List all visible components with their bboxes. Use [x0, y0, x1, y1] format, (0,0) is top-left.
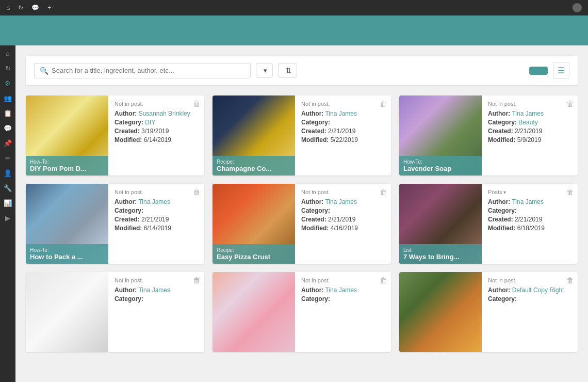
date-filter[interactable]: ⇅ — [278, 63, 297, 78]
category-label-8: Category: — [301, 295, 330, 303]
author-label-8: Author: — [301, 286, 323, 294]
card-image-7[interactable] — [26, 272, 108, 352]
card-delete-2[interactable]: 🗑 — [380, 100, 387, 108]
card-delete-8[interactable]: 🗑 — [380, 276, 387, 284]
create-new-card-button[interactable] — [529, 67, 548, 75]
sidebar-item-pages[interactable]: 📋 — [3, 109, 13, 117]
card-created-row-6: Created: 2/21/2019 — [488, 216, 571, 223]
view-toggle-button[interactable]: ☰ — [553, 62, 569, 79]
card-delete-5[interactable]: 🗑 — [380, 188, 387, 196]
all-cards-filter[interactable]: ▾ — [256, 63, 273, 78]
card-item-9: Not in post.🗑Author: Default Copy RightC… — [399, 272, 578, 352]
card-category-row-7: Category: — [115, 295, 198, 303]
card-category-row-2: Category: — [301, 119, 385, 126]
sidebar-item-home[interactable]: ⌂ — [3, 50, 13, 57]
new-item[interactable]: + — [47, 4, 53, 11]
card-item-3: How-To:Lavender SoapNot in post.🗑Author:… — [399, 95, 578, 176]
sidebar-item-profile[interactable]: 👤 — [3, 169, 13, 177]
card-delete-4[interactable]: 🗑 — [193, 188, 200, 196]
card-modified-row-5: Modified: 4/16/2019 — [301, 225, 385, 232]
refresh-icon: ↻ — [18, 4, 23, 11]
card-image-1[interactable]: How-To:DIY Pom Pom D... — [26, 95, 108, 176]
card-image-2[interactable]: Recipe:Champagne Co... — [213, 95, 295, 176]
sidebar-item-pin[interactable]: 📌 — [3, 139, 13, 147]
card-delete-7[interactable]: 🗑 — [193, 276, 200, 284]
card-info-7: Not in post.🗑Author: Tina JamesCategory: — [108, 272, 204, 352]
author-link-2[interactable]: Tina James — [325, 110, 357, 117]
card-author-row-4: Author: Tina James — [115, 198, 198, 205]
card-author-row-1: Author: Susannah Brinkley — [115, 110, 198, 117]
card-info-2: Not in post.🗑Author: Tina JamesCategory:… — [295, 95, 391, 176]
card-delete-6[interactable]: 🗑 — [566, 188, 574, 196]
card-modified-row-2: Modified: 5/22/2019 — [301, 136, 385, 144]
card-status-1: Not in post. — [115, 101, 198, 107]
author-link-4[interactable]: Tina James — [138, 198, 170, 205]
category-label-9: Category: — [488, 295, 517, 303]
updates-item[interactable]: ↻ — [18, 4, 25, 11]
search-input[interactable] — [52, 67, 245, 74]
card-info-8: Not in post.🗑Author: Tina JamesCategory: — [295, 272, 391, 352]
card-modified-row-6: Modified: 6/18/2019 — [488, 225, 571, 232]
author-link-7[interactable]: Tina James — [138, 286, 170, 294]
card-title-1: DIY Pom Pom D... — [30, 165, 104, 172]
card-info-5: Not in post.🗑Author: Tina JamesCategory:… — [295, 184, 391, 264]
card-label-2: Recipe:Champagne Co... — [213, 156, 295, 176]
card-status-8: Not in post. — [301, 277, 385, 283]
card-type-3: How-To: — [403, 159, 478, 165]
top-bar: ⌂ ↻ 💬 + — [0, 0, 588, 15]
sidebar-item-comments[interactable]: 💬 — [3, 124, 13, 132]
author-label-9: Author: — [488, 286, 510, 294]
card-delete-1[interactable]: 🗑 — [193, 100, 200, 108]
site-name-item[interactable]: ⌂ — [6, 4, 12, 11]
card-item-5: Recipe:Easy Pizza CrustNot in post.🗑Auth… — [213, 184, 391, 264]
top-bar-right — [569, 3, 582, 12]
sidebar-item-refresh[interactable]: ↻ — [3, 65, 13, 72]
toolbar: 🔍 ▾ ⇅ ☰ — [26, 56, 578, 85]
sidebar-item-tools[interactable]: 🔧 — [3, 184, 13, 192]
search-box[interactable]: 🔍 — [34, 63, 251, 78]
card-delete-9[interactable]: 🗑 — [566, 276, 574, 284]
card-created-row-1: Created: 3/19/2019 — [115, 128, 198, 135]
card-modified-row-4: Modified: 6/14/2019 — [115, 225, 198, 232]
card-modified-row-3: Modified: 5/9/2019 — [488, 136, 571, 144]
card-item-6: List:7 Ways to Bring...Posts ▾🗑Author: T… — [399, 184, 578, 264]
card-image-4[interactable]: How-To:How to Pack a ... — [26, 184, 108, 264]
author-link-8[interactable]: Tina James — [325, 286, 357, 294]
card-author-row-2: Author: Tina James — [301, 110, 385, 117]
user-avatar[interactable] — [573, 3, 582, 12]
author-link-3[interactable]: Tina James — [512, 110, 544, 117]
sidebar-item-settings[interactable]: ⚙ — [3, 79, 13, 87]
card-type-6: List: — [403, 247, 478, 253]
sidebar-item-analytics[interactable]: 📊 — [3, 199, 13, 207]
card-category-row-1: Category: DIY — [115, 119, 198, 126]
card-item-7: Not in post.🗑Author: Tina JamesCategory: — [26, 272, 204, 352]
sidebar-item-users[interactable]: 👥 — [3, 94, 13, 102]
card-image-9[interactable] — [399, 272, 482, 352]
sidebar-item-edit[interactable]: ✏ — [3, 154, 13, 162]
author-label-4: Author: — [115, 198, 137, 205]
home-icon: ⌂ — [6, 4, 10, 11]
list-view-icon: ☰ — [558, 66, 565, 75]
author-link-6[interactable]: Tina James — [512, 198, 544, 205]
messages-item[interactable]: 💬 — [31, 4, 41, 11]
main-layout: ⌂ ↻ ⚙ 👥 📋 💬 📌 ✏ 👤 🔧 📊 ▶ 🔍 ▾ ⇅ — [0, 45, 588, 382]
author-label-3: Author: — [488, 110, 510, 117]
card-modified-row-1: Modified: 6/14/2019 — [115, 136, 198, 144]
author-label-5: Author: — [301, 198, 323, 205]
author-link-1[interactable]: Susannah Brinkley — [139, 110, 190, 117]
main-content: 🔍 ▾ ⇅ ☰ How-To:DIY Pom Pom D...Not in po… — [15, 45, 588, 382]
author-link-5[interactable]: Tina James — [325, 198, 357, 205]
card-image-8[interactable] — [213, 272, 295, 352]
card-category-row-4: Category: — [115, 207, 198, 214]
card-image-5[interactable]: Recipe:Easy Pizza Crust — [213, 184, 295, 264]
category-label-3: Category: — [488, 119, 517, 126]
card-status-5: Not in post. — [301, 189, 385, 195]
card-image-3[interactable]: How-To:Lavender Soap — [399, 95, 482, 176]
category-link-3[interactable]: Beauty — [518, 119, 537, 126]
card-delete-3[interactable]: 🗑 — [566, 100, 574, 108]
sidebar-item-media[interactable]: ▶ — [3, 214, 13, 222]
category-link-1[interactable]: DIY — [145, 119, 155, 126]
card-image-6[interactable]: List:7 Ways to Bring... — [399, 184, 482, 264]
author-link-9[interactable]: Default Copy Right — [512, 286, 564, 294]
posts-dropdown-6[interactable]: Posts ▾ — [488, 189, 506, 195]
